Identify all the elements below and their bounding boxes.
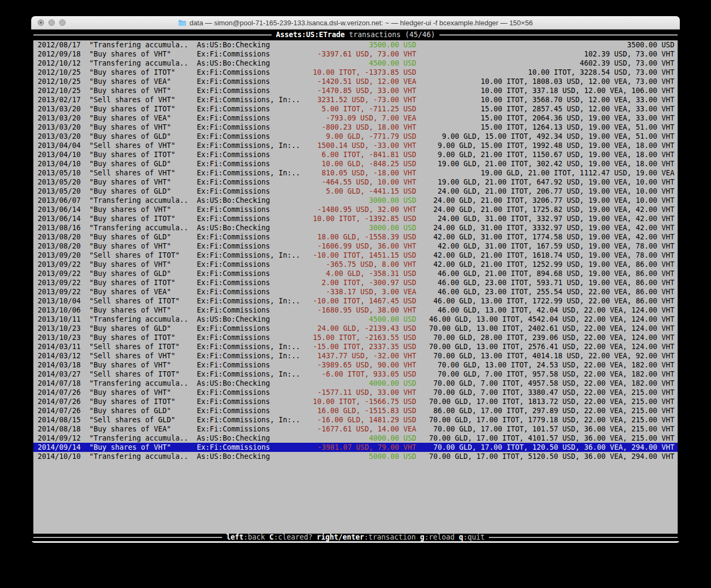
tx-change-amount: -1677.61 USD, 14.00 VEA [244, 424, 416, 434]
tx-description: "Sell shares of ITOT" [89, 370, 180, 379]
transaction-row[interactable]: 2014/08/18"Buy shares of VEA"Ex:Fi:Commi… [33, 424, 678, 434]
tx-change-amount: 4.00 GLD, -358.31 USD [244, 269, 416, 278]
hint-key: g [420, 533, 424, 541]
tx-running-balance: 9.00 GLD, 15.00 ITOT, 1992.48 USD, 19.00… [421, 141, 674, 150]
transaction-row[interactable]: 2014/09/14"Buy shares of VHT"Ex:Fi:Commi… [33, 443, 678, 452]
tx-date: 2014/07/26 [38, 397, 81, 406]
transaction-row[interactable]: 2014/03/12"Sell shares of VHT"Ex:Fi:Comm… [33, 351, 678, 360]
transaction-row[interactable]: 2013/08/16"Transfering accumula..As:US:B… [33, 223, 678, 232]
transaction-row[interactable]: 2013/06/07"Transfering accumula..As:US:B… [33, 196, 678, 205]
transaction-row[interactable]: 2013/04/10"Buy shares of GLD"Ex:Fi:Commi… [33, 159, 678, 168]
transaction-row[interactable]: 2013/09/22"Buy shares of GLD"Ex:Fi:Commi… [33, 269, 678, 278]
transaction-row[interactable]: 2013/03/20"Buy shares of VHT"Ex:Fi:Commi… [33, 123, 678, 132]
transaction-row[interactable]: 2014/03/18"Buy shares of VHT"Ex:Fi:Commi… [33, 360, 678, 370]
tx-description: "Buy shares of ITOT" [89, 278, 175, 287]
tx-change-amount: 10.00 GLD, -848.25 USD [244, 159, 416, 168]
tx-running-balance: 46.00 GLD, 23.00 ITOT, 593.71 USD, 19.00… [421, 278, 674, 287]
transaction-row[interactable]: 2012/09/18"Buy shares of VHT"Ex:Fi:Commi… [33, 49, 678, 59]
tx-description: "Transfering accumula.. [89, 315, 188, 324]
transaction-row[interactable]: 2013/08/20"Buy shares of VHT"Ex:Fi:Commi… [33, 242, 678, 251]
transaction-row[interactable]: 2012/08/17"Transfering accumula..As:US:B… [33, 40, 678, 49]
transaction-row[interactable]: 2013/10/04"Sell shares of ITOT"Ex:Fi:Com… [33, 296, 678, 306]
tx-description: "Buy shares of GLD" [89, 132, 171, 141]
tx-date: 2013/05/10 [38, 168, 81, 178]
transaction-row[interactable]: 2013/04/10"Buy shares of ITOT"Ex:Fi:Comm… [33, 150, 678, 159]
transaction-row[interactable]: 2013/10/11"Transfering accumula..As:US:B… [33, 315, 678, 324]
minimize-button[interactable] [48, 19, 55, 26]
tx-description: "Sell shares of GLD" [89, 415, 175, 424]
transaction-row[interactable]: 2014/09/12"Transfering accumula..As:US:B… [33, 434, 678, 443]
tx-date: 2013/09/20 [38, 251, 81, 260]
tx-change-amount: -464.55 USD, 10.00 VHT [244, 178, 416, 187]
tx-running-balance: 70.00 GLD, 13.00 ITOT, 2402.61 USD, 22.0… [421, 324, 674, 333]
transaction-row[interactable]: 2013/05/10"Sell shares of VHT"Ex:Fi:Comm… [33, 168, 678, 178]
tx-date: 2012/10/25 [38, 77, 81, 86]
transaction-row[interactable]: 2014/08/15"Sell shares of GLD"Ex:Fi:Comm… [33, 415, 678, 424]
transaction-row[interactable]: 2013/02/17"Sell shares of VHT"Ex:Fi:Comm… [33, 95, 678, 104]
transaction-row[interactable]: 2013/09/22"Buy shares of VEA"Ex:Fi:Commi… [33, 287, 678, 296]
zoom-button[interactable] [59, 19, 66, 26]
transaction-row[interactable]: 2013/09/22"Buy shares of VHT"Ex:Fi:Commi… [33, 260, 678, 269]
transaction-row[interactable]: 2013/08/20"Buy shares of GLD"Ex:Fi:Commi… [33, 232, 678, 242]
footer-rule-left [33, 537, 222, 538]
transaction-row[interactable]: 2013/10/06"Buy shares of VHT"Ex:Fi:Commi… [33, 306, 678, 315]
transaction-row[interactable]: 2012/10/25"Buy shares of VHT"Ex:Fi:Commi… [33, 86, 678, 95]
tx-running-balance: 9.00 GLD, 15.00 ITOT, 492.34 USD, 19.00 … [421, 132, 674, 141]
tx-description: "Buy shares of GLD" [89, 159, 171, 168]
tx-running-balance: 19.00 GLD, 21.00 ITOT, 1112.47 USD, 19.0… [421, 168, 674, 178]
transaction-row[interactable]: 2013/04/04"Sell shares of VHT"Ex:Fi:Comm… [33, 141, 678, 150]
transaction-row[interactable]: 2014/07/26"Buy shares of GLD"Ex:Fi:Commi… [33, 406, 678, 415]
tx-description: "Buy shares of ITOT" [89, 68, 175, 77]
transaction-row[interactable]: 2012/10/25"Buy shares of VEA"Ex:Fi:Commi… [33, 77, 678, 86]
transaction-row[interactable]: 2013/03/20"Buy shares of VEA"Ex:Fi:Commi… [33, 114, 678, 123]
tx-change-amount: 3500.00 USD [244, 40, 416, 49]
transaction-row[interactable]: 2013/06/14"Buy shares of ITOT"Ex:Fi:Comm… [33, 214, 678, 223]
tx-running-balance: 70.00 GLD, 17.00 ITOT, 101.57 USD, 36.00… [421, 424, 674, 434]
transaction-row[interactable]: 2014/10/10"Transfering accumula..As:US:B… [33, 452, 678, 461]
transaction-row[interactable]: 2014/03/11"Sell shares of ITOT"Ex:Fi:Com… [33, 342, 678, 351]
window-titlebar[interactable]: data — simon@pool-71-165-239-133.lsanca.… [31, 16, 680, 30]
transaction-row[interactable]: 2012/10/25"Buy shares of ITOT"Ex:Fi:Comm… [33, 68, 678, 77]
tx-change-amount: -10.00 ITOT, 1451.15 USD [244, 251, 416, 260]
hint-label: :cleared? [274, 533, 312, 541]
register-header-text: Assets:US:ETradetransactions (45/46) [272, 30, 439, 40]
transaction-row[interactable]: 2012/10/12"Transfering accumula..As:US:B… [33, 59, 678, 68]
close-button[interactable] [38, 19, 44, 26]
tx-description: "Transfering accumula.. [89, 434, 188, 443]
tx-running-balance: 15.00 ITOT, 1264.13 USD, 19.00 VEA, 51.0… [421, 123, 674, 132]
tx-date: 2013/06/14 [38, 205, 81, 214]
tx-change-amount: -338.17 USD, 3.00 VEA [244, 287, 416, 296]
tx-running-balance: 24.00 GLD, 31.00 ITOT, 3332.97 USD, 19.0… [421, 223, 674, 232]
tx-date: 2013/03/20 [38, 132, 81, 141]
tx-change-amount: -1480.95 USD, 32.00 VHT [244, 205, 416, 214]
transaction-row[interactable]: 2013/09/20"Sell shares of ITOT"Ex:Fi:Com… [33, 251, 678, 260]
transaction-row[interactable]: 2014/07/26"Buy shares of VHT"Ex:Fi:Commi… [33, 388, 678, 397]
tx-date: 2013/09/22 [38, 278, 81, 287]
tx-date: 2013/05/20 [38, 178, 81, 187]
transaction-row[interactable]: 2013/06/14"Buy shares of VHT"Ex:Fi:Commi… [33, 205, 678, 214]
transaction-row[interactable]: 2014/03/27"Sell shares of ITOT"Ex:Fi:Com… [33, 370, 678, 379]
transaction-row[interactable]: 2013/03/20"Buy shares of ITOT"Ex:Fi:Comm… [33, 104, 678, 114]
tx-description: "Buy shares of VHT" [89, 178, 171, 187]
tx-date: 2013/02/17 [38, 95, 81, 104]
tx-running-balance: 46.00 GLD, 13.00 ITOT, 42.04 USD, 22.00 … [421, 306, 674, 315]
transaction-row[interactable]: 2013/03/20"Buy shares of GLD"Ex:Fi:Commi… [33, 132, 678, 141]
transaction-row[interactable]: 2013/09/22"Buy shares of ITOT"Ex:Fi:Comm… [33, 278, 678, 287]
tx-description: "Buy shares of GLD" [89, 269, 171, 278]
tx-running-balance: 24.00 GLD, 21.00 ITOT, 1725.82 USD, 19.0… [421, 205, 674, 214]
transaction-row[interactable]: 2013/10/23"Buy shares of ITOT"Ex:Fi:Comm… [33, 333, 678, 342]
tx-running-balance: 70.00 GLD, 17.00 ITOT, 120.50 USD, 36.00… [421, 443, 674, 452]
transaction-row[interactable]: 2014/07/18"Transfering accumula..As:US:B… [33, 379, 678, 388]
tx-date: 2014/09/12 [38, 434, 81, 443]
tx-change-amount: -365.75 USD, 8.00 VHT [244, 260, 416, 269]
transaction-row[interactable]: 2013/05/20"Buy shares of VHT"Ex:Fi:Commi… [33, 178, 678, 187]
header-rule-right [439, 34, 678, 36]
tx-change-amount: 10.00 ITOT, -1373.85 USD [244, 68, 416, 77]
transaction-row[interactable]: 2014/07/26"Buy shares of ITOT"Ex:Fi:Comm… [33, 397, 678, 406]
transaction-row[interactable]: 2013/10/23"Buy shares of GLD"Ex:Fi:Commi… [33, 324, 678, 333]
tx-description: "Sell shares of VHT" [89, 351, 175, 360]
tx-description: "Buy shares of GLD" [89, 406, 171, 415]
tx-date: 2013/03/20 [38, 104, 81, 114]
tx-change-amount: -793.09 USD, 7.00 VEA [244, 114, 416, 123]
transaction-row[interactable]: 2013/05/20"Buy shares of GLD"Ex:Fi:Commi… [33, 187, 678, 196]
